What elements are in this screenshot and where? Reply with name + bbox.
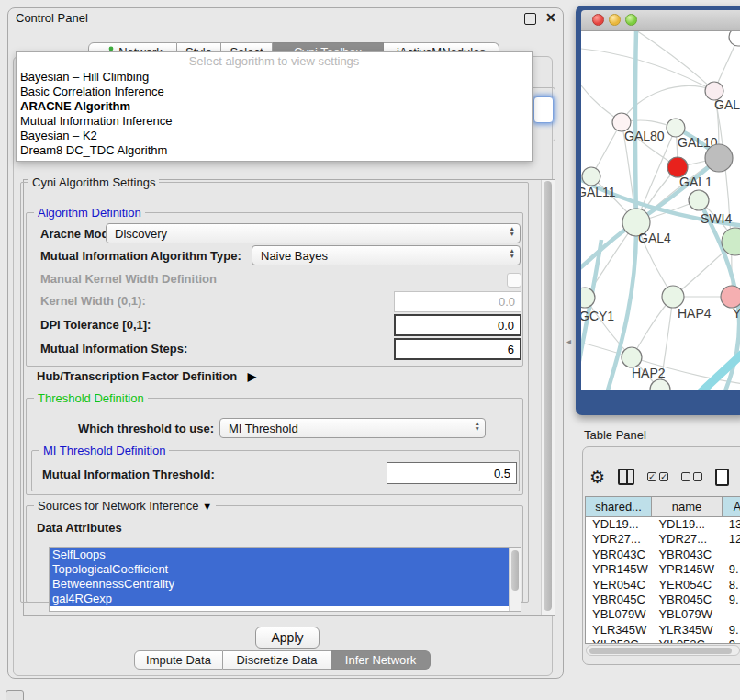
collapse-arrow-icon[interactable]: ▼ xyxy=(202,501,212,512)
column-header-a[interactable]: A xyxy=(723,497,740,517)
which-threshold-label: Which threshold to use: xyxy=(78,422,214,435)
table-row[interactable]: YBR045CYBR045C9. xyxy=(586,593,740,607)
export-table-icon[interactable] xyxy=(715,469,729,486)
table-row[interactable]: YDL19...YDL19...13 xyxy=(586,517,740,532)
network-node[interactable] xyxy=(705,144,733,172)
dpi-tolerance-field[interactable]: 0.0 xyxy=(394,314,521,336)
table-cell: YBL079W xyxy=(586,607,652,622)
attribute-item-betweennesscentrality[interactable]: BetweennessCentrality xyxy=(50,577,521,592)
list-vertical-scrollbar[interactable] xyxy=(509,548,521,611)
sources-title: Sources for Network Inference xyxy=(38,499,199,513)
scrollbar-thumb[interactable] xyxy=(511,550,519,591)
table-cell: 9. xyxy=(723,562,740,577)
network-node-gal10[interactable] xyxy=(667,119,685,137)
table-row[interactable]: YLR345WYLR345W9. xyxy=(586,623,740,638)
table-cell: 9. xyxy=(723,623,740,638)
combo-arrows-icon: ▲▼ xyxy=(510,226,515,237)
table-row[interactable]: YIL052CYIL052C9. xyxy=(586,638,740,644)
bottom-tab-discretize-data[interactable]: Discretize Data xyxy=(223,650,331,670)
close-traffic-light[interactable] xyxy=(592,14,604,26)
dropdown-item-basic-correlation-inference[interactable]: Basic Correlation Inference xyxy=(17,85,532,99)
data-attributes-list[interactable]: SelfLoopsTopologicalCoefficientBetweenne… xyxy=(49,547,521,612)
network-node-gal11[interactable] xyxy=(582,167,600,186)
node-label: GCY1 xyxy=(581,309,614,323)
scrollbar-thumb[interactable] xyxy=(589,648,732,654)
table-cell: 12 xyxy=(723,532,740,547)
table-row[interactable]: YPR145WYPR145W9. xyxy=(586,562,740,577)
which-threshold-combo[interactable]: MI Threshold ▲▼ xyxy=(219,418,486,438)
table-cell: 13 xyxy=(723,517,740,532)
bottom-tab-infer-network[interactable]: Infer Network xyxy=(331,650,431,670)
mi-threshold-label: Mutual Information Threshold: xyxy=(42,468,215,481)
column-header-name[interactable]: name xyxy=(652,497,722,517)
network-window-titlebar[interactable] xyxy=(581,10,740,31)
table-cell: YPR145W xyxy=(586,562,652,577)
dropdown-item-mutual-information-inference[interactable]: Mutual Information Inference xyxy=(17,114,532,129)
table-row[interactable]: YDR27...YDR27...12 xyxy=(586,532,740,547)
data-attributes-label: Data Attributes xyxy=(37,521,122,535)
node-table[interactable]: shared...nameA YDL19...YDL19...13YDR27..… xyxy=(585,496,740,644)
dropdown-item-aracne-algorithm[interactable]: ARACNE Algorithm xyxy=(17,99,532,114)
table-cell: YBR045C xyxy=(652,593,722,607)
node-label: GAL xyxy=(714,97,740,112)
algorithm-dropdown: Select algorithm to view settings Bayesi… xyxy=(16,51,533,162)
aracne-mode-combo[interactable]: Discovery ▲▼ xyxy=(106,223,521,243)
settings-vertical-scrollbar[interactable] xyxy=(541,180,555,615)
table-cell: YER054C xyxy=(652,578,722,593)
inference-algorithm-combo-fragment[interactable] xyxy=(533,96,554,123)
table-toolbar: ⚙ ✓✓ xyxy=(589,462,740,491)
table-cell: 8. xyxy=(723,578,740,593)
table-row[interactable]: YBR043CYBR043C xyxy=(586,548,740,562)
table-row[interactable]: YER054CYER054C8. xyxy=(586,578,740,593)
dropdown-item-dream8-dc-tdc-algorithm[interactable]: Dream8 DC_TDC Algorithm xyxy=(17,143,532,158)
scrollbar-thumb[interactable] xyxy=(544,181,552,611)
table-cell xyxy=(723,607,740,622)
table-cell: YDR27... xyxy=(652,532,722,547)
network-node-y[interactable] xyxy=(721,286,740,308)
hub-section-row[interactable]: Hub/Transcription Factor Definition ▶ xyxy=(37,369,256,383)
table-horizontal-scrollbar[interactable] xyxy=(586,645,740,656)
table-cell: YBR045C xyxy=(586,593,652,607)
gear-icon[interactable]: ⚙ xyxy=(589,469,605,486)
table-cell: YIL052C xyxy=(586,638,652,644)
select-all-checks-icon[interactable]: ✓✓ xyxy=(647,472,668,481)
network-node-hap2[interactable] xyxy=(622,347,642,367)
manual-kernel-checkbox[interactable] xyxy=(507,273,521,288)
close-icon[interactable]: ✕ xyxy=(545,10,556,25)
bottom-tab-impute-data[interactable]: Impute Data xyxy=(134,650,223,670)
attribute-item-topologicalcoefficient[interactable]: TopologicalCoefficient xyxy=(50,562,521,577)
column-header-shared-[interactable]: shared... xyxy=(586,497,652,517)
dropdown-item-bayesian-hill-climbing[interactable]: Bayesian – Hill Climbing xyxy=(17,70,532,85)
dropdown-item-bayesian-k2[interactable]: Bayesian – K2 xyxy=(17,129,532,143)
table-cell: 9. xyxy=(723,638,740,644)
zoom-traffic-light[interactable] xyxy=(625,14,637,26)
manual-kernel-label: Manual Kernel Width Definition xyxy=(40,272,217,286)
split-columns-icon[interactable] xyxy=(618,469,634,485)
network-node[interactable] xyxy=(729,30,740,46)
minimize-traffic-light[interactable] xyxy=(609,14,621,26)
panel-divider-handle[interactable]: ◂ xyxy=(566,336,571,346)
algorithm-definition-title: Algorithm Definition xyxy=(34,206,145,220)
cytopanel-cut-button[interactable] xyxy=(6,690,24,700)
network-node-hap4[interactable] xyxy=(662,286,684,308)
node-label: GAL1 xyxy=(679,175,712,189)
kernel-width-field[interactable]: 0.0 xyxy=(394,291,521,312)
mi-steps-field[interactable]: 6 xyxy=(394,338,521,360)
table-row[interactable]: YBL079WYBL079W xyxy=(586,607,740,622)
network-canvas[interactable]: GALGAL80GAL10GAL1GAL11SWI4GAL4HAP4YGCY1H… xyxy=(581,30,740,390)
mi-type-combo[interactable]: Naive Bayes ▲▼ xyxy=(252,245,521,265)
network-node-swi4[interactable] xyxy=(689,190,709,210)
apply-button[interactable]: Apply xyxy=(255,627,320,649)
attribute-item-selfloops[interactable]: SelfLoops xyxy=(50,548,521,562)
float-icon[interactable] xyxy=(524,13,536,25)
attribute-item-gal4rgexp[interactable]: gal4RGexp xyxy=(50,592,521,606)
deselect-all-checks-icon[interactable] xyxy=(681,472,702,481)
combo-arrows-icon: ▲▼ xyxy=(475,421,480,432)
node-label: GAL11 xyxy=(581,185,616,199)
sources-title-row[interactable]: Sources for Network Inference ▼ xyxy=(34,499,216,513)
node-label: HAP4 xyxy=(678,306,712,321)
mi-threshold-field[interactable]: 0.5 xyxy=(387,462,517,484)
expand-arrow-icon[interactable]: ▶ xyxy=(248,370,256,383)
combo-arrows-icon: ▲▼ xyxy=(510,248,515,259)
table-cell: YBR043C xyxy=(652,548,722,562)
